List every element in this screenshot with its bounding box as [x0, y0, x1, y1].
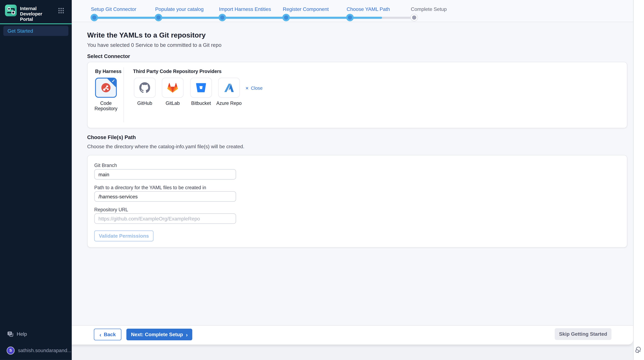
- help-chat-icon: ?: [7, 331, 14, 337]
- repository-url-label: Repository URL: [94, 207, 128, 212]
- close-label: Close: [251, 86, 262, 91]
- chat-widget-icon[interactable]: [635, 346, 643, 354]
- connector-card: By Harness Third Party Code Repository P…: [87, 62, 627, 128]
- validate-permissions-button[interactable]: Validate Permissions: [94, 231, 154, 241]
- yaml-directory-input[interactable]: [94, 191, 236, 202]
- select-connector-heading: Select Connector: [87, 54, 130, 59]
- provider-label-github: GitHub: [134, 101, 156, 106]
- app-title: Internal Developer Portal: [20, 6, 55, 22]
- yaml-directory-label: Path to a directory for the YAML files t…: [94, 185, 206, 190]
- step-populate-your-catalog[interactable]: Populate your catalog: [155, 6, 204, 12]
- back-button[interactable]: ‹ Back: [94, 329, 122, 340]
- provider-label-code-repository: Code Repository: [92, 101, 120, 111]
- sidebar-item-label: Get Started: [8, 28, 33, 34]
- stepper-progress-fill: [94, 17, 382, 19]
- step-choose-yaml-path[interactable]: Choose YAML Path: [347, 6, 390, 12]
- step-dot-6: [410, 14, 418, 21]
- provider-label-azure-repo: Azure Repo: [216, 101, 242, 106]
- gitlab-icon: [167, 82, 178, 93]
- step-dot-5-current[interactable]: [346, 14, 354, 21]
- app-root: Internal Developer Portal Get Started ? …: [0, 0, 644, 360]
- provider-tile-github[interactable]: [134, 78, 156, 98]
- chevron-left-icon: ‹: [100, 332, 102, 337]
- sidebar-user[interactable]: S sathish.soundarapand...: [0, 345, 72, 355]
- sidebar-header: Internal Developer Portal: [0, 0, 72, 23]
- provider-label-gitlab: GitLab: [162, 101, 184, 106]
- step-register-component[interactable]: Register Component: [283, 6, 329, 12]
- right-gutter: [633, 0, 644, 360]
- azure-repo-icon: [224, 83, 234, 93]
- stepper-track: [94, 17, 414, 19]
- bitbucket-icon: [196, 83, 206, 92]
- step-import-harness-entities[interactable]: Import Harness Entities: [219, 6, 271, 12]
- connector-divider: [124, 67, 124, 122]
- app-switcher-icon[interactable]: [58, 8, 64, 14]
- skip-getting-started-button[interactable]: Skip Getting Started: [555, 328, 612, 340]
- provider-tile-gitlab[interactable]: [162, 78, 184, 98]
- step-dot-2[interactable]: [155, 14, 162, 21]
- by-harness-label: By Harness: [95, 69, 122, 74]
- git-branch-input[interactable]: [94, 169, 236, 179]
- provider-label-bitbucket: Bitbucket: [190, 101, 212, 106]
- close-icon: ✕: [245, 86, 249, 90]
- repository-url-input[interactable]: [94, 213, 236, 224]
- sidebar-help[interactable]: ? Help: [0, 329, 72, 339]
- step-complete-setup: Complete Setup: [411, 6, 447, 12]
- github-icon: [140, 82, 150, 93]
- user-avatar: S: [6, 346, 14, 354]
- provider-tile-azure-repo[interactable]: [218, 78, 240, 98]
- user-name: sathish.soundarapand...: [18, 347, 71, 353]
- step-dot-3[interactable]: [218, 14, 226, 21]
- third-party-label: Third Party Code Repository Providers: [133, 69, 222, 74]
- sidebar: Internal Developer Portal Get Started ? …: [0, 0, 72, 360]
- step-dot-1[interactable]: [90, 14, 98, 21]
- page-subtitle: You have selected 0 Service to be commit…: [87, 42, 222, 48]
- next-complete-setup-button[interactable]: Next: Complete Setup ›: [126, 329, 192, 340]
- close-connector-picker-button[interactable]: ✕ Close: [245, 86, 262, 91]
- choose-files-path-heading: Choose File(s) Path: [87, 134, 136, 140]
- main-panel: Setup Git Connector Populate your catalo…: [72, 0, 633, 344]
- check-icon: ✓: [112, 79, 115, 83]
- harness-idp-logo-icon[interactable]: [5, 5, 17, 16]
- svg-text:?: ?: [9, 332, 10, 335]
- wizard-footer: ‹ Back Next: Complete Setup › Skip Getti…: [72, 325, 633, 344]
- provider-tile-bitbucket[interactable]: [190, 78, 212, 98]
- help-label: Help: [17, 331, 27, 337]
- page-title: Write the YAMLs to a Git repository: [87, 31, 206, 40]
- provider-tile-code-repository[interactable]: ✓: [95, 78, 117, 98]
- git-branch-label: Git Branch: [94, 163, 117, 168]
- path-form-card: Git Branch Path to a directory for the Y…: [87, 155, 627, 248]
- setup-stepper: Setup Git Connector Populate your catalo…: [72, 0, 633, 22]
- chevron-right-icon: ›: [186, 332, 188, 337]
- step-setup-git-connector[interactable]: Setup Git Connector: [91, 6, 136, 12]
- step-dot-4[interactable]: [282, 14, 290, 21]
- bottom-gutter: [72, 344, 633, 360]
- sidebar-item-get-started[interactable]: Get Started: [3, 26, 68, 36]
- choose-files-path-description: Choose the directory where the catalog-i…: [87, 144, 244, 149]
- sidebar-accent-divider: [0, 23, 72, 24]
